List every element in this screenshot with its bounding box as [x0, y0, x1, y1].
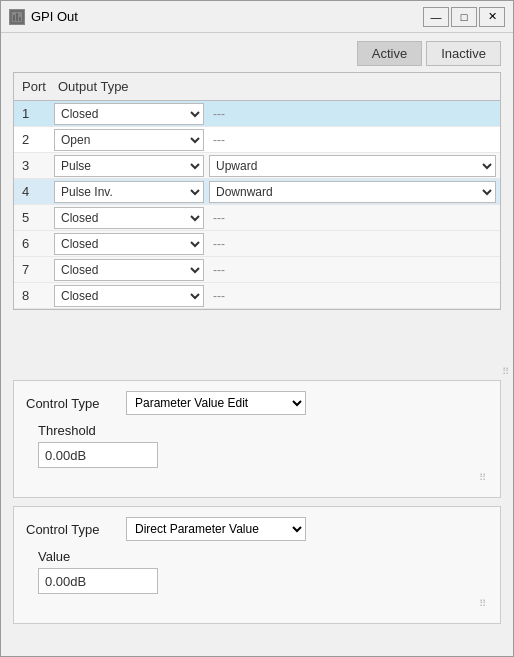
control-type-row-1: Control Type Parameter Value Edit Direct…: [26, 391, 488, 415]
table-header: Port Output Type: [14, 73, 500, 101]
control-type-select-1[interactable]: Parameter Value Edit Direct Parameter Va…: [126, 391, 306, 415]
table-row[interactable]: 5 ClosedOpenPulsePulse Inv. ---: [14, 205, 500, 231]
cell-second-3[interactable]: UpwardDownward: [209, 155, 500, 177]
active-button[interactable]: Active: [357, 41, 422, 66]
cell-port-6: 6: [14, 236, 54, 251]
cell-second-7: ---: [209, 263, 500, 277]
cell-second-6: ---: [209, 237, 500, 251]
control-type-dropdown-2[interactable]: Direct Parameter Value Parameter Value E…: [126, 517, 306, 541]
cell-port-5: 5: [14, 210, 54, 225]
second-select-4[interactable]: UpwardDownward: [209, 181, 496, 203]
table-body: 1 ClosedOpenPulsePulse Inv. --- 2 Closed…: [14, 101, 500, 309]
control-type-label-1: Control Type: [26, 396, 126, 411]
cell-output-2[interactable]: ClosedOpenPulsePulse Inv.: [54, 129, 209, 151]
svg-rect-1: [13, 15, 15, 21]
control-type-row-2: Control Type Direct Parameter Value Para…: [26, 517, 488, 541]
cell-output-3[interactable]: ClosedOpenPulsePulse Inv.: [54, 155, 209, 177]
table-row[interactable]: 4 ClosedOpenPulsePulse Inv. UpwardDownwa…: [14, 179, 500, 205]
second-select-3[interactable]: UpwardDownward: [209, 155, 496, 177]
resize-dots-1: ⠿: [479, 472, 486, 483]
maximize-button[interactable]: □: [451, 7, 477, 27]
cell-port-1: 1: [14, 106, 54, 121]
output-select-7[interactable]: ClosedOpenPulsePulse Inv.: [54, 259, 204, 281]
svg-rect-2: [16, 13, 18, 21]
threshold-field[interactable]: [38, 442, 488, 468]
inactive-button[interactable]: Inactive: [426, 41, 501, 66]
resize-handle-2[interactable]: ⠿: [26, 598, 488, 609]
cell-second-1: ---: [209, 107, 500, 121]
svg-rect-3: [19, 17, 21, 21]
cell-second-2: ---: [209, 133, 500, 147]
cell-output-6[interactable]: ClosedOpenPulsePulse Inv.: [54, 233, 209, 255]
section-control-type-2: Control Type Direct Parameter Value Para…: [13, 506, 501, 624]
resize-dots-2: ⠿: [479, 598, 486, 609]
window-icon: [9, 9, 25, 25]
table-row[interactable]: 6 ClosedOpenPulsePulse Inv. ---: [14, 231, 500, 257]
output-select-2[interactable]: ClosedOpenPulsePulse Inv.: [54, 129, 204, 151]
cell-output-1[interactable]: ClosedOpenPulsePulse Inv.: [54, 103, 209, 125]
output-select-1[interactable]: ClosedOpenPulsePulse Inv.: [54, 103, 204, 125]
value-field[interactable]: [38, 568, 488, 594]
table-row[interactable]: 1 ClosedOpenPulsePulse Inv. ---: [14, 101, 500, 127]
cell-second-5: ---: [209, 211, 500, 225]
cell-port-3: 3: [14, 158, 54, 173]
output-select-5[interactable]: ClosedOpenPulsePulse Inv.: [54, 207, 204, 229]
resize-handle[interactable]: ⠿: [1, 366, 513, 377]
title-bar: GPI Out — □ ✕: [1, 1, 513, 33]
window-title: GPI Out: [31, 9, 423, 24]
table-row[interactable]: 7 ClosedOpenPulsePulse Inv. ---: [14, 257, 500, 283]
toolbar: Active Inactive: [1, 33, 513, 72]
output-select-6[interactable]: ClosedOpenPulsePulse Inv.: [54, 233, 204, 255]
output-table: Port Output Type 1 ClosedOpenPulsePulse …: [13, 72, 501, 310]
cell-output-7[interactable]: ClosedOpenPulsePulse Inv.: [54, 259, 209, 281]
cell-port-8: 8: [14, 288, 54, 303]
col-output-type: Output Type: [54, 77, 500, 96]
table-row[interactable]: 2 ClosedOpenPulsePulse Inv. ---: [14, 127, 500, 153]
minimize-button[interactable]: —: [423, 7, 449, 27]
cell-port-2: 2: [14, 132, 54, 147]
cell-second-4[interactable]: UpwardDownward: [209, 181, 500, 203]
section-control-type-1: Control Type Parameter Value Edit Direct…: [13, 380, 501, 498]
cell-output-8[interactable]: ClosedOpenPulsePulse Inv.: [54, 285, 209, 307]
value-input[interactable]: [38, 568, 158, 594]
resize-handle-1[interactable]: ⠿: [26, 472, 488, 483]
table-row[interactable]: 3 ClosedOpenPulsePulse Inv. UpwardDownwa…: [14, 153, 500, 179]
resize-dots: ⠿: [502, 366, 509, 377]
window-controls: — □ ✕: [423, 7, 505, 27]
cell-port-7: 7: [14, 262, 54, 277]
control-type-select-2[interactable]: Direct Parameter Value Parameter Value E…: [126, 517, 306, 541]
cell-port-4: 4: [14, 184, 54, 199]
close-button[interactable]: ✕: [479, 7, 505, 27]
table-row[interactable]: 8 ClosedOpenPulsePulse Inv. ---: [14, 283, 500, 309]
control-type-label-2: Control Type: [26, 522, 126, 537]
cell-output-5[interactable]: ClosedOpenPulsePulse Inv.: [54, 207, 209, 229]
col-port: Port: [14, 77, 54, 96]
value-label: Value: [38, 549, 488, 564]
main-window: GPI Out — □ ✕ Active Inactive Port Outpu…: [0, 0, 514, 657]
output-select-8[interactable]: ClosedOpenPulsePulse Inv.: [54, 285, 204, 307]
output-select-3[interactable]: ClosedOpenPulsePulse Inv.: [54, 155, 204, 177]
cell-output-4[interactable]: ClosedOpenPulsePulse Inv.: [54, 181, 209, 203]
output-select-4[interactable]: ClosedOpenPulsePulse Inv.: [54, 181, 204, 203]
spacer: ⠿: [1, 310, 513, 370]
cell-second-8: ---: [209, 289, 500, 303]
control-type-dropdown-1[interactable]: Parameter Value Edit Direct Parameter Va…: [126, 391, 306, 415]
threshold-label: Threshold: [38, 423, 488, 438]
threshold-input[interactable]: [38, 442, 158, 468]
